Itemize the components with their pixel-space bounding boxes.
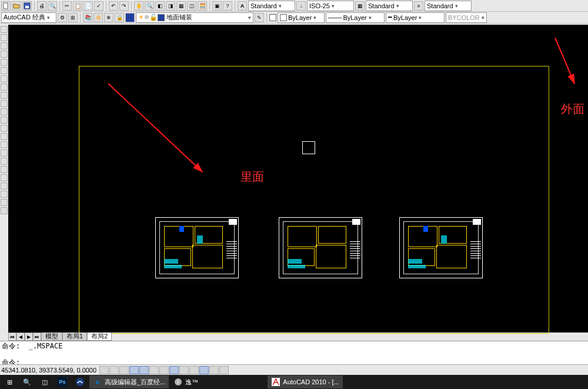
point-tool[interactable] [1,108,8,115]
tool-a-button[interactable]: ◧ [155,1,165,11]
autocad-status-bar: 45341.0810, 39373.5549, 0.0000 [0,364,588,375]
command-window[interactable]: 命令: _.MSPACE 命令: [0,341,588,364]
extra-tool-1[interactable] [1,166,8,173]
taskbar-ie[interactable]: i逸™ [170,375,202,388]
text-tool-icon[interactable]: A [238,1,247,11]
taskbar-task-view[interactable]: ◫ [36,375,53,388]
rectangle-tool[interactable] [1,59,8,66]
calc-button[interactable]: 🧮 [198,1,207,11]
table-style-dropdown[interactable]: Standard▾ [366,1,413,11]
misc-toggle-2[interactable] [219,366,229,374]
ducs-toggle[interactable] [159,366,169,374]
tool-b-button[interactable]: ◨ [166,1,175,11]
workspace-settings-icon[interactable]: ⚙ [58,13,67,22]
match-button[interactable]: ✓ [94,1,103,11]
circle-tool[interactable] [1,42,8,49]
extra-tool-3[interactable] [1,182,8,189]
workspace-save-icon[interactable]: ⊞ [68,13,78,22]
extra-tool-5[interactable] [1,199,8,206]
tool-c-button[interactable]: ▦ [176,1,186,11]
layer-freeze-icon[interactable]: ❄ [104,13,113,22]
taskbar-edge[interactable]: e高级编辑器_百度经... [89,375,169,388]
dim-style-dropdown[interactable]: ISO-25▾ [307,1,354,11]
polar-toggle[interactable] [129,366,139,374]
layer-color-icon[interactable] [125,13,135,22]
layer-lock-icon[interactable]: 🔒 [115,13,124,22]
taskbar-start-button[interactable]: ⊞ [1,375,18,388]
dim-tool[interactable] [1,92,8,99]
layer-state-icon[interactable]: 🔅 [93,13,103,22]
spline-tool[interactable] [1,117,8,124]
tab-layout2[interactable]: 布局2 [87,333,112,341]
ortho-toggle[interactable] [119,366,129,374]
help-button[interactable]: ? [223,1,232,11]
text-tool[interactable] [1,84,8,91]
osnap-toggle[interactable] [139,366,149,374]
paste-button[interactable]: 📄 [83,1,93,11]
ml-tool-icon[interactable]: ≡ [414,1,423,11]
extra-tool-6[interactable] [1,207,8,214]
hatch-tool[interactable] [1,75,8,82]
table-tool[interactable] [1,149,8,157]
taskbar-app-circle[interactable] [72,375,88,388]
extra-tool-2[interactable] [1,174,8,181]
taskbar-autocad[interactable]: AutoCAD 2010 - [... [268,375,342,388]
tab-nav-last[interactable]: ⏭ [33,333,41,341]
table-tool-icon[interactable]: ▦ [355,1,365,11]
model-paper-toggle[interactable] [199,366,209,374]
svg-line-4 [555,38,574,84]
lineweight-dropdown[interactable]: ━ByLayer▾ [386,12,445,23]
ml-style-dropdown[interactable]: Standard▾ [425,1,472,11]
new-button[interactable] [1,1,11,11]
print-button[interactable]: 🖨 [37,1,46,11]
mtext-tool[interactable] [1,158,8,165]
save-button[interactable] [22,1,32,11]
tool-d-button[interactable]: ◫ [187,1,196,11]
layer-tool-1[interactable]: ✎ [255,13,264,22]
xline-tool[interactable] [1,133,8,140]
grid-toggle[interactable] [109,366,119,374]
extra-tool-4[interactable] [1,191,8,198]
qp-toggle[interactable] [189,366,199,374]
layer-dropdown[interactable]: ☀❄🔓 地面铺装▾ [136,12,253,23]
text-style-dropdown[interactable]: Standard▾ [248,1,295,11]
layer-manager-icon[interactable]: 📚 [83,13,92,22]
dim-tool-icon[interactable]: ⟂ [296,1,306,11]
taskbar-photoshop[interactable]: Ps [54,375,71,388]
block-tool[interactable] [1,100,8,107]
ray-tool[interactable] [1,125,8,132]
color-dropdown[interactable]: ByLayer▾ [278,12,325,23]
lwt-toggle[interactable] [179,366,189,374]
crosshair-cursor [302,141,315,154]
polyline-tool[interactable] [1,34,8,41]
preview-button[interactable]: 🔍 [48,1,57,11]
copy-button[interactable]: 📋 [73,1,82,11]
workspace-dropdown[interactable]: AutoCAD 经典▾ [1,12,56,23]
otrack-toggle[interactable] [149,366,159,374]
tab-nav-next[interactable]: ▶ [25,333,33,341]
dyn-toggle[interactable] [169,366,179,374]
tab-layout1[interactable]: 布局1 [62,333,87,341]
open-button[interactable] [12,1,21,11]
arc-tool[interactable] [1,51,8,58]
cut-button[interactable]: ✂ [62,1,72,11]
line-tool[interactable] [1,26,8,33]
pan-button[interactable]: ✋ [134,1,143,11]
plotstyle-dropdown[interactable]: BYCOLOR▾ [446,12,487,23]
undo-button[interactable]: ↶ [109,1,118,11]
linetype-dropdown[interactable]: ───ByLayer▾ [326,12,385,23]
ellipse-tool[interactable] [1,67,8,74]
misc-toggle-1[interactable] [209,366,219,374]
svg-text:i: i [178,379,179,385]
snap-toggle[interactable] [99,366,109,374]
region-tool[interactable] [1,141,8,148]
redo-button[interactable]: ↷ [119,1,129,11]
tab-nav-first[interactable]: ⏮ [8,333,16,341]
drawing-canvas[interactable]: 里面 外面 [8,25,588,333]
zoom-button[interactable]: 🔍 [145,1,154,11]
tab-nav-prev[interactable]: ◀ [16,333,25,341]
taskbar-search[interactable]: 🔍 [19,375,35,388]
current-color-swatch[interactable] [269,14,276,21]
block-button[interactable]: ▣ [212,1,222,11]
tab-model[interactable]: 模型 [41,333,62,341]
